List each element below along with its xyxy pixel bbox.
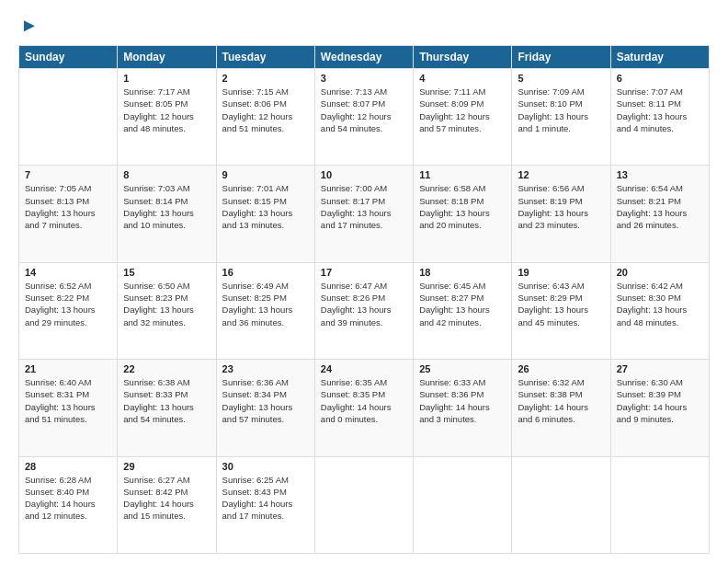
day-number: 8 bbox=[123, 169, 210, 180]
week-row-4: 21Sunrise: 6:40 AM Sunset: 8:31 PM Dayli… bbox=[19, 360, 710, 456]
day-info: Sunrise: 6:27 AM Sunset: 8:42 PM Dayligh… bbox=[123, 474, 210, 523]
day-cell bbox=[314, 456, 413, 553]
day-cell bbox=[610, 456, 709, 553]
day-number: 29 bbox=[123, 461, 210, 472]
day-number: 16 bbox=[222, 267, 309, 278]
day-number: 26 bbox=[518, 363, 604, 374]
logo: ► bbox=[18, 15, 39, 36]
day-cell: 14Sunrise: 6:52 AM Sunset: 8:22 PM Dayli… bbox=[19, 262, 118, 359]
day-cell: 4Sunrise: 7:11 AM Sunset: 8:09 PM Daylig… bbox=[414, 69, 512, 166]
day-cell: 11Sunrise: 6:58 AM Sunset: 8:18 PM Dayli… bbox=[414, 166, 512, 262]
day-cell bbox=[512, 456, 610, 553]
day-cell: 21Sunrise: 6:40 AM Sunset: 8:31 PM Dayli… bbox=[19, 360, 118, 456]
header: ► bbox=[18, 15, 710, 36]
day-info: Sunrise: 6:58 AM Sunset: 8:18 PM Dayligh… bbox=[419, 182, 506, 231]
day-info: Sunrise: 7:07 AM Sunset: 8:11 PM Dayligh… bbox=[617, 86, 703, 134]
day-number: 4 bbox=[419, 73, 506, 84]
day-cell bbox=[19, 69, 118, 166]
day-number: 21 bbox=[25, 363, 111, 374]
day-info: Sunrise: 6:25 AM Sunset: 8:43 PM Dayligh… bbox=[222, 474, 309, 523]
day-number: 17 bbox=[321, 267, 407, 278]
col-header-tuesday: Tuesday bbox=[216, 46, 314, 69]
day-info: Sunrise: 7:15 AM Sunset: 8:06 PM Dayligh… bbox=[222, 86, 309, 134]
week-row-3: 14Sunrise: 6:52 AM Sunset: 8:22 PM Dayli… bbox=[19, 262, 710, 359]
day-cell: 2Sunrise: 7:15 AM Sunset: 8:06 PM Daylig… bbox=[216, 69, 314, 166]
day-cell: 3Sunrise: 7:13 AM Sunset: 8:07 PM Daylig… bbox=[314, 69, 413, 166]
day-number: 5 bbox=[518, 73, 604, 84]
day-cell: 8Sunrise: 7:03 AM Sunset: 8:14 PM Daylig… bbox=[118, 166, 216, 262]
day-cell: 7Sunrise: 7:05 AM Sunset: 8:13 PM Daylig… bbox=[19, 166, 118, 262]
day-cell: 25Sunrise: 6:33 AM Sunset: 8:36 PM Dayli… bbox=[414, 360, 512, 456]
day-cell: 23Sunrise: 6:36 AM Sunset: 8:34 PM Dayli… bbox=[216, 360, 314, 456]
day-cell: 5Sunrise: 7:09 AM Sunset: 8:10 PM Daylig… bbox=[512, 69, 610, 166]
day-cell: 26Sunrise: 6:32 AM Sunset: 8:38 PM Dayli… bbox=[512, 360, 610, 456]
day-info: Sunrise: 7:13 AM Sunset: 8:07 PM Dayligh… bbox=[321, 86, 407, 134]
day-number: 12 bbox=[518, 169, 604, 180]
day-number: 6 bbox=[617, 73, 703, 84]
day-number: 30 bbox=[222, 461, 309, 472]
day-info: Sunrise: 6:33 AM Sunset: 8:36 PM Dayligh… bbox=[419, 376, 506, 425]
day-info: Sunrise: 7:00 AM Sunset: 8:17 PM Dayligh… bbox=[321, 182, 407, 231]
day-number: 18 bbox=[419, 267, 506, 278]
day-info: Sunrise: 6:40 AM Sunset: 8:31 PM Dayligh… bbox=[25, 376, 111, 425]
day-number: 28 bbox=[25, 461, 111, 472]
day-number: 7 bbox=[25, 169, 111, 180]
day-number: 2 bbox=[222, 73, 309, 84]
day-cell: 10Sunrise: 7:00 AM Sunset: 8:17 PM Dayli… bbox=[314, 166, 413, 262]
day-cell: 12Sunrise: 6:56 AM Sunset: 8:19 PM Dayli… bbox=[512, 166, 610, 262]
day-info: Sunrise: 6:42 AM Sunset: 8:30 PM Dayligh… bbox=[617, 280, 703, 328]
day-info: Sunrise: 7:17 AM Sunset: 8:05 PM Dayligh… bbox=[123, 86, 210, 134]
day-number: 9 bbox=[222, 169, 309, 180]
col-header-wednesday: Wednesday bbox=[314, 46, 413, 69]
day-info: Sunrise: 6:43 AM Sunset: 8:29 PM Dayligh… bbox=[518, 280, 604, 328]
day-info: Sunrise: 7:11 AM Sunset: 8:09 PM Dayligh… bbox=[419, 86, 506, 134]
day-number: 19 bbox=[518, 267, 604, 278]
day-cell bbox=[414, 456, 512, 553]
day-cell: 13Sunrise: 6:54 AM Sunset: 8:21 PM Dayli… bbox=[610, 166, 709, 262]
day-info: Sunrise: 6:49 AM Sunset: 8:25 PM Dayligh… bbox=[222, 280, 309, 328]
day-info: Sunrise: 7:01 AM Sunset: 8:15 PM Dayligh… bbox=[222, 182, 309, 231]
col-header-friday: Friday bbox=[512, 46, 610, 69]
day-cell: 17Sunrise: 6:47 AM Sunset: 8:26 PM Dayli… bbox=[314, 262, 413, 359]
day-info: Sunrise: 6:45 AM Sunset: 8:27 PM Dayligh… bbox=[419, 280, 506, 328]
day-info: Sunrise: 6:47 AM Sunset: 8:26 PM Dayligh… bbox=[321, 280, 407, 328]
day-cell: 18Sunrise: 6:45 AM Sunset: 8:27 PM Dayli… bbox=[414, 262, 512, 359]
day-number: 3 bbox=[321, 73, 407, 84]
day-info: Sunrise: 6:38 AM Sunset: 8:33 PM Dayligh… bbox=[123, 376, 210, 425]
week-row-2: 7Sunrise: 7:05 AM Sunset: 8:13 PM Daylig… bbox=[19, 166, 710, 262]
day-info: Sunrise: 6:54 AM Sunset: 8:21 PM Dayligh… bbox=[617, 182, 703, 231]
day-number: 1 bbox=[123, 73, 210, 84]
day-cell: 1Sunrise: 7:17 AM Sunset: 8:05 PM Daylig… bbox=[118, 69, 216, 166]
day-cell: 15Sunrise: 6:50 AM Sunset: 8:23 PM Dayli… bbox=[118, 262, 216, 359]
day-number: 23 bbox=[222, 363, 309, 374]
day-info: Sunrise: 6:35 AM Sunset: 8:35 PM Dayligh… bbox=[321, 376, 407, 425]
col-header-monday: Monday bbox=[118, 46, 216, 69]
day-info: Sunrise: 6:52 AM Sunset: 8:22 PM Dayligh… bbox=[25, 280, 111, 328]
day-info: Sunrise: 6:36 AM Sunset: 8:34 PM Dayligh… bbox=[222, 376, 309, 425]
calendar-table: SundayMondayTuesdayWednesdayThursdayFrid… bbox=[18, 45, 710, 554]
day-cell: 27Sunrise: 6:30 AM Sunset: 8:39 PM Dayli… bbox=[610, 360, 709, 456]
page: ► SundayMondayTuesdayWednesdayThursdayFr… bbox=[0, 0, 728, 563]
day-cell: 22Sunrise: 6:38 AM Sunset: 8:33 PM Dayli… bbox=[118, 360, 216, 456]
day-number: 20 bbox=[617, 267, 703, 278]
day-info: Sunrise: 7:05 AM Sunset: 8:13 PM Dayligh… bbox=[25, 182, 111, 231]
day-info: Sunrise: 6:50 AM Sunset: 8:23 PM Dayligh… bbox=[123, 280, 210, 328]
day-cell: 28Sunrise: 6:28 AM Sunset: 8:40 PM Dayli… bbox=[19, 456, 118, 553]
day-number: 24 bbox=[321, 363, 407, 374]
col-header-thursday: Thursday bbox=[414, 46, 512, 69]
day-info: Sunrise: 6:32 AM Sunset: 8:38 PM Dayligh… bbox=[518, 376, 604, 425]
day-cell: 29Sunrise: 6:27 AM Sunset: 8:42 PM Dayli… bbox=[118, 456, 216, 553]
day-info: Sunrise: 7:03 AM Sunset: 8:14 PM Dayligh… bbox=[123, 182, 210, 231]
day-number: 25 bbox=[419, 363, 506, 374]
day-number: 10 bbox=[321, 169, 407, 180]
day-cell: 20Sunrise: 6:42 AM Sunset: 8:30 PM Dayli… bbox=[610, 262, 709, 359]
day-info: Sunrise: 7:09 AM Sunset: 8:10 PM Dayligh… bbox=[518, 86, 604, 134]
day-number: 13 bbox=[617, 169, 703, 180]
week-row-1: 1Sunrise: 7:17 AM Sunset: 8:05 PM Daylig… bbox=[19, 69, 710, 166]
day-number: 14 bbox=[25, 267, 111, 278]
day-cell: 30Sunrise: 6:25 AM Sunset: 8:43 PM Dayli… bbox=[216, 456, 314, 553]
calendar-header-row: SundayMondayTuesdayWednesdayThursdayFrid… bbox=[19, 46, 710, 69]
day-cell: 9Sunrise: 7:01 AM Sunset: 8:15 PM Daylig… bbox=[216, 166, 314, 262]
day-cell: 19Sunrise: 6:43 AM Sunset: 8:29 PM Dayli… bbox=[512, 262, 610, 359]
day-number: 15 bbox=[123, 267, 210, 278]
